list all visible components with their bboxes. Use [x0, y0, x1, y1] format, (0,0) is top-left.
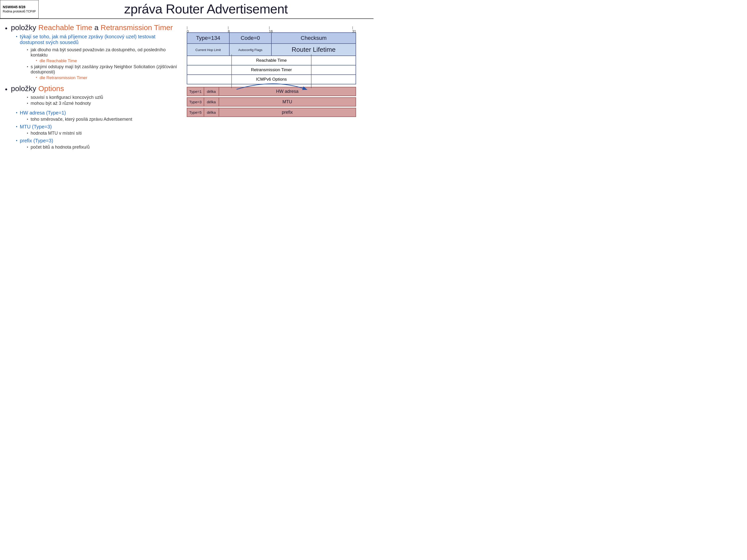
- options-detail: Type=1 délka HW adresa Type=3 délka MTU …: [187, 87, 356, 117]
- retrans-timer-label: Retransmission Timer: [251, 68, 292, 72]
- code-label: Code=0: [240, 35, 260, 41]
- b2s2-text: mohou být až 3 různé hodnoty: [31, 101, 91, 106]
- bullet-2-heading: • položky Options: [5, 84, 179, 93]
- packet-row-2: Current Hop Limit Autoconfig Flags Route…: [187, 44, 356, 56]
- sub-dot: •: [27, 101, 28, 105]
- bullet-2-sub1: • souvisí s konfigurací koncových uzlů: [27, 95, 179, 100]
- opt3-delka: délka: [204, 108, 219, 117]
- opt2-value: MTU: [219, 98, 356, 106]
- b2s1-text: souvisí s konfigurací koncových uzlů: [31, 95, 103, 100]
- options-cell: ICMPv6 Options: [187, 75, 356, 84]
- opt-row-3: Type=5 délka prefix: [187, 108, 356, 117]
- bullet-1-sub1: • týkají se toho, jak má příjemce zprávy…: [16, 34, 179, 45]
- b4s1-text: hodnota MTU v místní síti: [31, 131, 82, 136]
- type-cell: Type=134: [187, 33, 229, 44]
- bullet-3-sub1: • toho směrovače, který posílá zprávu Ad…: [27, 117, 179, 122]
- bullet-2: • položky Options • souvisí s konfigurac…: [5, 84, 179, 106]
- bullet-dot: •: [5, 85, 7, 93]
- checksum-cell: Checksum: [272, 33, 356, 44]
- bullet-2-text: položky Options: [11, 84, 64, 93]
- bullet-2-sub2: • mohou být až 3 různé hodnoty: [27, 101, 179, 106]
- slide-id: NSWI045 8/28: [3, 5, 36, 10]
- packet-table: Type=134 Code=0 Checksum Current Hop Lim…: [187, 32, 356, 84]
- b5-text: prefix (Type=3): [20, 138, 53, 143]
- autoconfig-cell: Autoconfig Flags: [229, 44, 272, 56]
- sub-dot: •: [27, 117, 28, 121]
- bullet-4-heading: • MTU (Type=3): [16, 124, 179, 130]
- opt-row-1: Type=1 délka HW adresa: [187, 87, 356, 96]
- bullet-1-sub1-1-1: • dle Reachable Time: [36, 58, 179, 63]
- sub11-text: jak dlouho má být soused považován za do…: [31, 47, 179, 58]
- b4-text: MTU (Type=3): [20, 124, 52, 130]
- checksum-label: Checksum: [301, 35, 327, 41]
- sub-dot: •: [27, 131, 28, 135]
- bit-ruler: 0 8 16 31: [187, 26, 356, 31]
- b2-before: položky: [11, 84, 38, 92]
- opt1-type: Type=1: [187, 87, 204, 96]
- opt3-value: prefix: [219, 108, 356, 117]
- slide-badge: NSWI045 8/28 Rodina protokolů TCP/IP: [0, 0, 38, 19]
- packet-row-4: Retransmission Timer: [187, 65, 356, 75]
- bullet-3: • HW adresa (Type=1) • toho směrovače, k…: [5, 110, 179, 122]
- bullet-4: • MTU (Type=3) • hodnota MTU v místní sí…: [5, 124, 179, 136]
- bit-0: 0: [187, 26, 189, 33]
- bullet-5-heading: • prefix (Type=3): [16, 138, 179, 143]
- bit-31: 31: [352, 26, 356, 33]
- router-lifetime-label: Router Lifetime: [291, 46, 335, 53]
- bullet-dot: •: [16, 125, 18, 129]
- slide-title: zpráva Router Advertisement: [38, 0, 374, 19]
- b1-mid: a: [93, 23, 101, 32]
- course-name: Rodina protokolů TCP/IP: [3, 9, 36, 14]
- bullet-1: • položky Reachable Time a Retransmissio…: [5, 23, 179, 80]
- opt3-type: Type=5: [187, 108, 204, 117]
- autoconfig-label: Autoconfig Flags: [238, 48, 262, 52]
- bullet-dot: •: [16, 110, 18, 115]
- reachable-time-cell: Reachable Time: [187, 56, 356, 65]
- packet-row-5: ICMPv6 Options: [187, 75, 356, 84]
- opt2-delka: délka: [204, 98, 219, 106]
- slide-header: NSWI045 8/28 Rodina protokolů TCP/IP zpr…: [0, 0, 374, 19]
- b1-h2: Retransmission Timer: [101, 23, 173, 32]
- opt2-type: Type=3: [187, 98, 204, 106]
- sub-dot: •: [27, 48, 28, 52]
- b1-h1: Reachable Time: [38, 23, 93, 32]
- main-content: • položky Reachable Time a Retransmissio…: [0, 23, 374, 152]
- sub1-text: týkají se toho, jak má příjemce zprávy (…: [20, 34, 179, 45]
- b3-text: HW adresa (Type=1): [20, 110, 66, 116]
- reachable-time-label: Reachable Time: [256, 58, 287, 63]
- bullet-1-sub1-2: • s jakými odstupy mají být zasílány zpr…: [27, 64, 179, 75]
- opt1-delka: délka: [204, 87, 219, 96]
- bullet-dot: •: [5, 24, 7, 32]
- bullet-dot: •: [16, 138, 18, 143]
- bullet-1-text: položky Reachable Time a Retransmission …: [11, 23, 173, 32]
- sub-dot: •: [27, 65, 28, 69]
- packet-row-1: Type=134 Code=0 Checksum: [187, 33, 356, 44]
- retrans-timer-cell: Retransmission Timer: [187, 65, 356, 75]
- sub-dot: •: [36, 75, 37, 79]
- bullet-1-sub1-2-1: • dle Retransmission Timer: [36, 75, 179, 80]
- bullet-1-heading: • položky Reachable Time a Retransmissio…: [5, 23, 179, 32]
- b5s1-text: počet bitů a hodnota prefixu/ů: [31, 144, 89, 150]
- b3s1-text: toho směrovače, který posílá zprávu Adve…: [31, 117, 132, 122]
- right-column: 0 8 16 31 Type=134: [187, 23, 356, 152]
- sub111-text: dle Reachable Time: [40, 58, 77, 63]
- bullet-4-sub1: • hodnota MTU v místní síti: [27, 131, 179, 136]
- sub121-text: dle Retransmission Timer: [40, 75, 87, 80]
- sub-dot: •: [27, 95, 28, 99]
- router-lifetime-cell: Router Lifetime: [272, 44, 356, 56]
- packet-diagram: 0 8 16 31 Type=134: [187, 26, 356, 117]
- b1-before: položky: [11, 23, 38, 32]
- b2-h1: Options: [38, 84, 64, 92]
- type-label: Type=134: [196, 35, 220, 41]
- left-column: • položky Reachable Time a Retransmissio…: [5, 23, 179, 152]
- sub-dot: •: [36, 58, 37, 62]
- bullet-3-heading: • HW adresa (Type=1): [16, 110, 179, 116]
- bullet-5-sub1: • počet bitů a hodnota prefixu/ů: [27, 144, 179, 150]
- options-label: ICMPv6 Options: [256, 77, 287, 82]
- sub12-text: s jakými odstupy mají být zasílány zpráv…: [31, 64, 179, 75]
- opt1-value: HW adresa: [219, 87, 356, 96]
- opt-row-2: Type=3 délka MTU: [187, 97, 356, 107]
- bullet-1-sub1-1: • jak dlouho má být soused považován za …: [27, 47, 179, 58]
- bullet-5: • prefix (Type=3) • počet bitů a hodnota…: [5, 138, 179, 150]
- bit-8: 8: [228, 26, 230, 33]
